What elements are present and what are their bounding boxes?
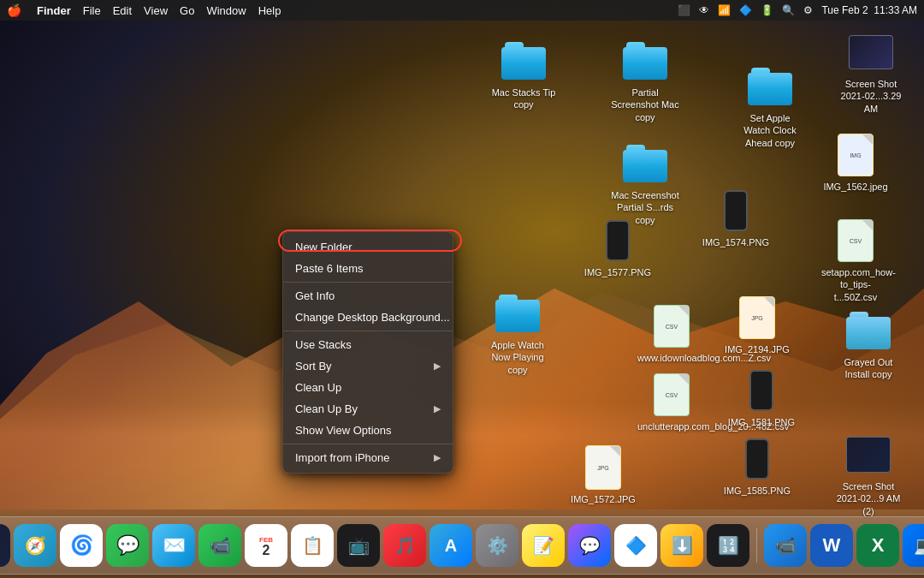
dock-slack[interactable]: 🔷 [614, 524, 657, 567]
menu-item-import-iphone[interactable]: Import from iPhone ▶ [283, 447, 453, 468]
dock-zoom[interactable]: 📹 [764, 524, 807, 567]
icon-label: IMG_1574.PNG [702, 236, 769, 248]
dock-systemui[interactable]: 💻 [903, 524, 924, 567]
menu-item-sort-by[interactable]: Sort By ▶ [283, 355, 453, 377]
menubar-wifi-icon[interactable]: 📶 [718, 4, 731, 16]
menubar-controlcenter-icon[interactable]: ⚙ [803, 4, 813, 16]
desktop-icon-img1574[interactable]: IMG_1574.PNG [702, 188, 770, 248]
dock-systemprefs[interactable]: ⚙️ [476, 524, 518, 567]
dock-chrome[interactable]: 🌀 [60, 524, 103, 567]
menu-item-paste[interactable]: Paste 6 Items [283, 258, 453, 279]
icon-label: Mac Stacks Tip copy [489, 86, 558, 111]
png-icon [739, 368, 784, 413]
desktop-icon-mac-screenshot-partial[interactable]: Mac Screenshot Partial S...rds copy [611, 141, 679, 226]
menubar-help[interactable]: Help [258, 4, 281, 17]
menu-separator-1 [283, 282, 453, 283]
desktop-icon-img1581[interactable]: IMG_1581.PNG [727, 368, 796, 428]
dock-messenger[interactable]: 💬 [568, 524, 611, 567]
menubar-monitor-icon[interactable]: ⬛ [678, 4, 690, 16]
desktop-icon-img2194[interactable]: JPG IMG_2194.JPG [723, 295, 791, 355]
dock-reminders[interactable]: 📋 [291, 524, 334, 567]
icon-label: Screen Shot 2021-02...3.29 AM [837, 78, 905, 115]
png-icon [735, 437, 779, 481]
menubar-window[interactable]: Window [206, 4, 246, 17]
desktop-icon-set-apple-watch[interactable]: Set Apple Watch Clock Ahead copy [736, 64, 804, 149]
menu-item-use-stacks[interactable]: Use Stacks [283, 334, 453, 355]
icon-label: IMG_1577.PNG [584, 266, 651, 278]
csv-icon: CSV [833, 218, 878, 263]
folder-icon [501, 39, 546, 83]
desktop-icon-img1562[interactable]: IMG IMG_1562.jpeg [821, 133, 890, 193]
icon-label: IMG_1581.PNG [728, 416, 795, 428]
jpg-icon: JPG [735, 295, 779, 340]
dock-word[interactable]: W [810, 524, 853, 567]
menubar-edit[interactable]: Edit [113, 4, 132, 17]
dock-facetime[interactable]: 📹 [198, 524, 241, 567]
menubar-bluetooth-icon[interactable]: 🔷 [739, 4, 752, 16]
folder-icon [623, 141, 667, 186]
context-menu: New Folder Paste 6 Items Get Info Change… [282, 231, 453, 474]
dock-safari[interactable]: 🧭 [14, 524, 56, 567]
menubar-file[interactable]: File [83, 4, 101, 17]
dock-appstore[interactable]: A [429, 524, 472, 567]
folder-icon [846, 308, 891, 353]
dock-mail[interactable]: ✉️ [152, 524, 195, 567]
folder-icon [495, 291, 540, 336]
csv-icon: CSV [649, 304, 694, 349]
menubar-battery-icon[interactable]: 🔋 [761, 4, 773, 16]
icon-label: Screen Shot 2021-02...9 AM (2) [834, 480, 903, 517]
dock-music[interactable]: 🎵 [383, 524, 426, 567]
dock-calendar[interactable]: FEB 2 [245, 524, 287, 567]
apple-menu[interactable]: 🍎 [7, 3, 21, 17]
desktop-icon-img1577[interactable]: IMG_1577.PNG [583, 218, 652, 278]
icon-label: Set Apple Watch Clock Ahead copy [736, 112, 804, 149]
menubar-go[interactable]: Go [180, 4, 194, 17]
dock-appletv[interactable]: 📺 [337, 524, 380, 567]
desktop-icon-idownload-csv[interactable]: CSV www.idownloadblog.com...Z.csv [637, 304, 706, 364]
dock-messages[interactable]: 💬 [106, 524, 149, 567]
desktop-icon-screenshot1[interactable]: Screen Shot 2021-02...3.29 AM [837, 30, 905, 115]
menubar-date: Tue Feb 2 11:33 AM [821, 4, 917, 16]
desktop-icon-mac-stacks-tip[interactable]: Mac Stacks Tip copy [489, 39, 558, 111]
menu-item-clean-up-by[interactable]: Clean Up By ▶ [283, 398, 453, 420]
desktop-icon-img1585[interactable]: IMG_1585.PNG [723, 437, 791, 497]
menu-item-new-folder[interactable]: New Folder [283, 236, 453, 258]
menubar-view[interactable]: View [144, 4, 168, 17]
submenu-arrow: ▶ [434, 403, 441, 414]
icon-label: setapp.com_how-to_tips-t...50Z.csv [821, 266, 890, 303]
desktop-icon-setapp-csv[interactable]: CSV setapp.com_how-to_tips-t...50Z.csv [821, 218, 890, 303]
dock-launchpad[interactable]: 🚀 [0, 524, 10, 567]
desktop-icon-screenshot2[interactable]: Screen Shot 2021-02...9 AM (2) [834, 432, 903, 517]
desktop-icon-unclutter-csv[interactable]: CSV unclutterapp.com_blog_20...48Z.csv [637, 372, 706, 432]
menu-item-clean-up[interactable]: Clean Up [283, 377, 453, 398]
dock-excel[interactable]: X [856, 524, 899, 567]
icon-label: Grayed Out Install copy [834, 356, 903, 381]
menu-item-change-background[interactable]: Change Desktop Background... [283, 307, 453, 328]
dock: 😊 🚀 🧭 🌀 💬 ✉️ 📹 FEB 2 [0, 516, 924, 575]
icon-label: unclutterapp.com_blog_20...48Z.csv [637, 420, 706, 432]
jpg-icon: IMG [833, 133, 878, 177]
desktop-icon-partial-screenshot[interactable]: Partial Screenshot Mac copy [611, 39, 679, 123]
icon-label: IMG_1562.jpeg [823, 181, 887, 193]
menu-item-get-info[interactable]: Get Info [283, 285, 453, 307]
menu-item-show-view[interactable]: Show View Options [283, 420, 453, 441]
icon-label: Partial Screenshot Mac copy [611, 86, 679, 123]
menubar-screentime-icon[interactable]: 👁 [699, 4, 709, 16]
dock-notes[interactable]: 📝 [522, 524, 565, 567]
folder-icon [748, 64, 792, 109]
dock-transloader[interactable]: ⬇️ [660, 524, 703, 567]
dock-calculator[interactable]: 🔢 [707, 524, 749, 567]
desktop: 🍎 Finder File Edit View Go Window Help ⬛… [0, 0, 924, 578]
submenu-arrow: ▶ [434, 361, 441, 372]
folder-icon [623, 39, 667, 83]
menubar-search-icon[interactable]: 🔍 [782, 4, 795, 16]
screenshot-icon [849, 30, 893, 74]
menubar-finder[interactable]: Finder [37, 4, 71, 17]
jpg-icon: JPG [581, 445, 625, 490]
desktop-icon-grayed-out[interactable]: Grayed Out Install copy [834, 308, 903, 381]
dock-separator [756, 528, 757, 563]
icon-label: IMG_1585.PNG [724, 485, 791, 497]
desktop-icon-img1572[interactable]: JPG IMG_1572.JPG [569, 445, 637, 505]
desktop-icon-apple-watch-now[interactable]: Apple Watch Now Playing copy [483, 291, 552, 376]
png-icon [714, 188, 758, 233]
